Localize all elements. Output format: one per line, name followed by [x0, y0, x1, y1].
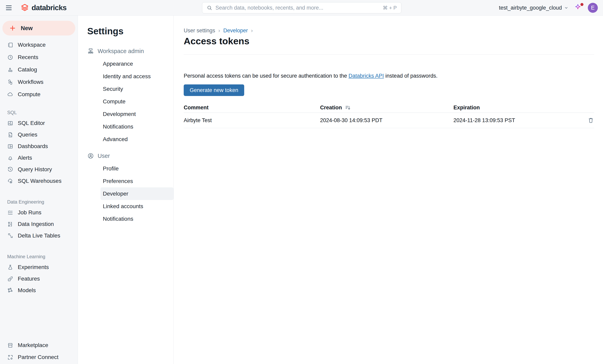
sidebar-item-label: Data Ingestion [18, 221, 54, 227]
workspace-name: test_airbyte_google_cloud [499, 5, 562, 11]
new-button[interactable]: New [2, 21, 75, 35]
sidebar-item-workspace[interactable]: Workspace [0, 39, 78, 51]
plus-icon [9, 25, 16, 32]
breadcrumb-user-settings[interactable]: User settings [184, 27, 215, 34]
sidebar-item-label: Recents [18, 54, 38, 60]
sidebar-item-sql-editor[interactable]: SQL Editor [0, 117, 78, 129]
sidebar-item-features[interactable]: Features [0, 273, 78, 284]
workspace-icon [7, 42, 13, 48]
sidebar-item-partner-connect[interactable]: Partner Connect [0, 351, 78, 363]
token-creation-cell: 2024-08-30 14:09:53 PDT [320, 117, 453, 124]
notification-dot [580, 3, 583, 6]
settings-item-compute[interactable]: Compute [100, 95, 174, 108]
databricks-logo[interactable]: databricks [20, 3, 67, 12]
hamburger-menu-icon[interactable] [6, 4, 12, 11]
marketplace-icon [7, 342, 13, 348]
sidebar-item-workflows[interactable]: Workflows [0, 76, 78, 88]
sidebar-item-alerts[interactable]: Alerts [0, 152, 78, 164]
delete-token-button[interactable] [587, 117, 594, 124]
breadcrumb-separator: › [219, 27, 220, 34]
page-title: Access tokens [184, 36, 594, 46]
app-sidebar: New Workspace Recents Catalog Workflows [0, 16, 78, 364]
settings-item-developer[interactable]: Developer [100, 187, 174, 200]
sidebar-primary-nav: Workspace Recents Catalog Workflows Comp… [0, 39, 78, 101]
sidebar-item-recents[interactable]: Recents [0, 51, 78, 63]
queries-icon [7, 132, 13, 138]
global-search-input[interactable]: Search data, notebooks, recents, and mor… [202, 2, 401, 13]
workspace-selector[interactable]: test_airbyte_google_cloud [499, 5, 569, 11]
sidebar-item-compute[interactable]: Compute [0, 88, 78, 101]
sidebar-item-label: Alerts [18, 155, 32, 161]
table-row: Airbyte Test 2024-08-30 14:09:53 PDT 202… [184, 113, 594, 128]
user-avatar[interactable]: E [588, 3, 598, 13]
settings-item-profile[interactable]: Profile [100, 162, 174, 175]
sidebar-item-query-history[interactable]: Query History [0, 164, 78, 175]
sidebar-item-job-runs[interactable]: Job Runs [0, 207, 78, 218]
assistant-button[interactable] [574, 3, 583, 12]
sidebar-item-marketplace[interactable]: Marketplace [0, 339, 78, 351]
breadcrumb-developer[interactable]: Developer [223, 27, 248, 34]
sidebar-item-models[interactable]: Models [0, 284, 78, 296]
sidebar-item-label: SQL Warehouses [18, 178, 61, 184]
catalog-icon [7, 67, 13, 73]
main-content: User settings › Developer › Access token… [174, 16, 603, 364]
sidebar-item-label: Partner Connect [18, 354, 58, 360]
sidebar-item-label: Marketplace [18, 342, 48, 348]
sidebar-item-label: SQL Editor [18, 120, 45, 126]
experiments-icon [7, 264, 13, 270]
sidebar-item-label: Job Runs [18, 209, 41, 216]
sidebar-item-data-ingestion[interactable]: Data Ingestion [0, 218, 78, 230]
sidebar-item-sql-warehouses[interactable]: SQL Warehouses [0, 175, 78, 187]
sidebar-item-label: Models [18, 287, 36, 294]
settings-item-linked-accounts[interactable]: Linked accounts [100, 200, 174, 213]
settings-item-identity-and-access[interactable]: Identity and access [100, 70, 174, 83]
query-history-icon [7, 166, 13, 173]
sidebar-item-label: Query History [18, 166, 52, 173]
new-button-label: New [21, 25, 33, 32]
workflows-icon [7, 79, 13, 85]
sql-editor-icon [7, 120, 13, 126]
settings-item-preferences[interactable]: Preferences [100, 175, 174, 187]
chevron-down-icon [564, 5, 569, 10]
sidebar-item-label: Compute [18, 91, 41, 98]
org-chart-icon [87, 48, 94, 55]
description-text: instead of passwords. [384, 73, 438, 79]
databricks-api-link[interactable]: Databricks API [349, 73, 384, 79]
sidebar-section-sql: SQL [0, 106, 78, 115]
settings-group-user: User [87, 151, 170, 161]
sidebar-item-experiments[interactable]: Experiments [0, 262, 78, 273]
generate-new-token-button[interactable]: Generate new token [184, 84, 244, 96]
settings-item-security[interactable]: Security [100, 83, 174, 95]
dashboards-icon [7, 143, 13, 149]
sidebar-item-label: Dashboards [18, 143, 48, 149]
token-expiration-cell: 2024-11-28 13:09:53 PST [453, 117, 584, 124]
sidebar-item-delta-live-tables[interactable]: Delta Live Tables [0, 230, 78, 241]
sidebar-item-label: Workspace [18, 42, 46, 48]
sidebar-section-machine-learning: Machine Learning [0, 250, 78, 260]
sidebar-item-dashboards[interactable]: Dashboards [0, 140, 78, 152]
sidebar-item-label: Delta Live Tables [18, 232, 60, 239]
breadcrumb-separator: › [251, 27, 253, 34]
token-comment-cell: Airbyte Test [184, 117, 320, 124]
sidebar-item-catalog[interactable]: Catalog [0, 63, 78, 76]
features-icon [7, 276, 13, 282]
settings-item-advanced[interactable]: Advanced [100, 133, 174, 146]
token-description: Personal access tokens can be used for s… [184, 72, 594, 79]
trash-icon [587, 117, 594, 124]
settings-item-notifications[interactable]: Notifications [100, 120, 174, 133]
settings-item-appearance[interactable]: Appearance [100, 57, 174, 70]
data-ingestion-icon [7, 221, 13, 227]
sidebar-item-queries[interactable]: Queries [0, 129, 78, 140]
settings-item-development[interactable]: Development [100, 108, 174, 120]
user-icon [87, 152, 94, 159]
sort-descending-icon [345, 105, 351, 111]
partner-connect-icon [7, 354, 13, 360]
search-shortcut: ⌘ + P [383, 5, 397, 11]
settings-nav-panel: Settings Workspace admin Appearance Iden… [78, 16, 174, 364]
settings-item-user-notifications[interactable]: Notifications [100, 213, 174, 225]
avatar-initial: E [591, 5, 595, 11]
delta-live-tables-icon [7, 233, 13, 239]
settings-group-workspace-admin: Workspace admin [87, 46, 170, 56]
column-header-creation[interactable]: Creation [320, 104, 453, 111]
sidebar-item-label: Workflows [18, 79, 44, 85]
